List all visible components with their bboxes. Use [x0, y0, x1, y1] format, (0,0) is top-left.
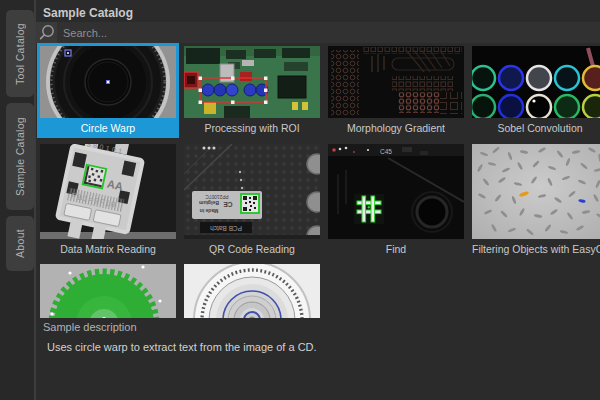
tab-about-label: About — [14, 229, 26, 258]
sample-tile-circle-warp[interactable]: Circle Warp — [37, 43, 179, 138]
tile-label: Filtering Objects with EasyObject — [472, 239, 600, 259]
thumbnail-qr-image: PP21007C CE Belgium Made in — [184, 144, 320, 239]
thumbnail-data-matrix-image: 380101 AA — [40, 144, 176, 239]
find-component-label: C45 — [380, 148, 392, 155]
thumbnail-circle-warp-image — [40, 46, 176, 118]
page-title: Sample Catalog — [43, 4, 133, 22]
sample-tile-filtering-objects[interactable]: Filtering Objects with EasyObject — [469, 141, 600, 259]
data-matrix-code — [83, 165, 107, 189]
qr-part-number-text: PP21007C — [205, 194, 229, 199]
thumbnail-sobel-image — [472, 46, 600, 118]
tile-label: QR Code Reading — [184, 239, 320, 259]
thumbnail-find-image: C45 — [328, 144, 464, 239]
qr-label: PP21007C CE Belgium Made in — [192, 191, 262, 219]
tile-label: Morphology Gradient — [328, 118, 464, 138]
sample-description-text: Uses circle warp to extract text from th… — [47, 341, 317, 353]
sample-tile-cd-unwarp[interactable] — [181, 261, 323, 318]
tile-label: Find — [328, 239, 464, 259]
sample-tile-processing-with-roi[interactable]: Processing with ROI — [181, 43, 323, 138]
find-grid-pattern — [354, 194, 384, 224]
tab-tool-catalog-label: Tool Catalog — [14, 23, 26, 85]
search-input[interactable] — [57, 22, 600, 43]
qr-made-in-line1: Made in — [200, 208, 219, 214]
thumbnail-gear-image — [40, 264, 176, 318]
tile-label: Processing with ROI — [184, 118, 320, 138]
thumbnail-easyobject-image — [472, 144, 600, 239]
sample-description-heading: Sample description — [43, 321, 137, 333]
sample-tile-qr-code-reading[interactable]: PP21007C CE Belgium Made in — [181, 141, 323, 259]
sample-grid: Circle Warp — [36, 43, 600, 318]
sample-tile-sobel-convolution[interactable]: Sobel Convolution — [469, 43, 600, 138]
qr-made-in-line2: Belgium — [199, 200, 219, 206]
tile-label: Data Matrix Reading — [40, 239, 176, 259]
search-icon — [36, 22, 57, 43]
sample-tile-find[interactable]: C45 Find — [325, 141, 467, 259]
tab-tool-catalog[interactable]: Tool Catalog — [6, 10, 34, 97]
tab-about[interactable]: About — [6, 216, 34, 271]
thumbnail-morphology-image — [328, 46, 464, 118]
thumbnail-cd-unwarp-image — [184, 264, 320, 318]
thumbnail-processing-roi-image — [184, 46, 320, 118]
search-bar — [36, 22, 600, 43]
sample-tile-morphology-gradient[interactable]: Morphology Gradient — [325, 43, 467, 138]
tab-sample-catalog[interactable]: Sample Catalog — [6, 103, 34, 210]
tile-label: Circle Warp — [40, 118, 176, 138]
qr-code — [241, 194, 259, 213]
tile-label: Sobel Convolution — [472, 118, 600, 138]
qr-batch-text: PCB Batch — [210, 225, 242, 232]
tab-sample-catalog-label: Sample Catalog — [14, 117, 26, 196]
sample-tile-gear[interactable] — [37, 261, 179, 318]
sample-tile-data-matrix-reading[interactable]: 380101 AA — [37, 141, 179, 259]
qr-ce-mark-text: CE — [223, 201, 233, 208]
